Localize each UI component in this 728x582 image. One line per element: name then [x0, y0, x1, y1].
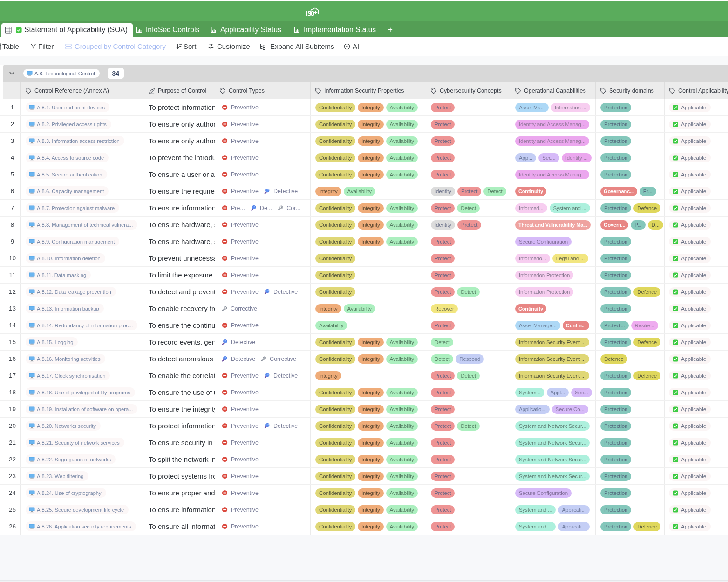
svg-text:AI: AI [346, 45, 348, 48]
